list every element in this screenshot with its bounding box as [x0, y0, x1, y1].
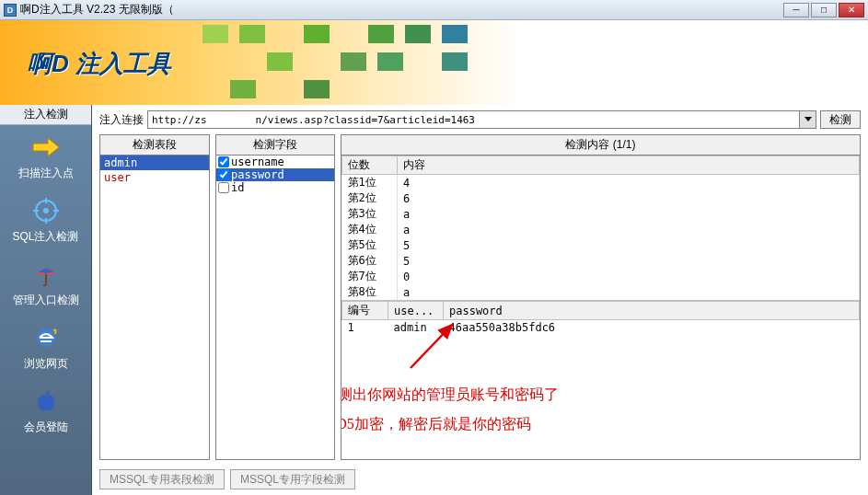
minimize-button[interactable]: ─	[783, 3, 809, 17]
bottom-toolbar: MSSQL专用表段检测 MSSQL专用字段检测	[99, 466, 861, 489]
annotation-text: 当然密码是MD5加密，解密后就是你的密码	[341, 415, 531, 434]
field-checkbox[interactable]	[218, 156, 229, 167]
field-row[interactable]: password	[216, 168, 334, 181]
ie-icon	[31, 323, 61, 352]
field-row[interactable]: id	[216, 181, 334, 194]
result-row[interactable]: 1 admin 46aa550a38b5fdc6	[342, 320, 860, 336]
close-button[interactable]: ✕	[839, 3, 864, 17]
field-row[interactable]: username	[216, 155, 334, 168]
position-row[interactable]: 第6位5	[342, 253, 860, 269]
window-title: 啊D注入工具 V2.23 无限制版（	[20, 2, 783, 17]
fields-panel-header: 检测字段	[216, 135, 334, 155]
tables-list[interactable]: admin user	[100, 155, 209, 459]
window-titlebar: D 啊D注入工具 V2.23 无限制版（ ─ □ ✕	[0, 0, 868, 20]
field-label: password	[231, 168, 284, 181]
col-header-no[interactable]: 编号	[342, 302, 388, 320]
sidebar-item-scan[interactable]: 扫描注入点	[0, 125, 91, 189]
field-checkbox[interactable]	[218, 182, 229, 193]
position-row[interactable]: 第4位a	[342, 222, 860, 237]
position-row[interactable]: 第8位a	[342, 284, 860, 300]
url-input[interactable]	[147, 110, 800, 129]
sidebar-item-browse[interactable]: 浏览网页	[0, 316, 91, 379]
annotation-text: 这里就已经检测出你网站的管理员账号和密码了	[341, 386, 559, 405]
sidebar-item-label: 会员登陆	[24, 420, 68, 435]
fields-panel: 检测字段 username password id	[215, 134, 335, 460]
field-checkbox[interactable]	[218, 169, 229, 180]
col-header-user[interactable]: use...	[388, 302, 444, 320]
sidebar-item-label: 管理入口检测	[13, 293, 79, 308]
target-icon	[31, 196, 61, 225]
tables-panel-header: 检测表段	[100, 135, 209, 155]
sidebar-item-login[interactable]: 会员登陆	[0, 379, 91, 443]
app-logo: 啊D 注入工具	[28, 48, 171, 80]
sidebar-item-admin[interactable]: 管理入口检测	[0, 252, 91, 316]
sidebar-item-label: SQL注入检测	[12, 229, 78, 245]
field-label: id	[231, 181, 244, 194]
arrow-right-icon	[31, 132, 61, 162]
table-row[interactable]: user	[100, 170, 209, 185]
sidebar-tab[interactable]: 注入检测	[0, 105, 91, 125]
app-icon: D	[4, 4, 17, 17]
position-row[interactable]: 第1位4	[342, 175, 860, 191]
sidebar-item-label: 扫描注入点	[18, 166, 74, 181]
umbrella-icon	[31, 259, 61, 289]
position-row[interactable]: 第7位0	[342, 269, 860, 284]
apple-icon	[31, 386, 61, 416]
sidebar-item-sql[interactable]: SQL注入检测	[0, 189, 91, 252]
chevron-down-icon	[804, 117, 812, 122]
content-panel-header: 检测内容 (1/1)	[341, 135, 860, 155]
positions-grid[interactable]: 位数 内容 第1位4 第2位6 第3位a 第4位a 第5位5 第6位5 第7位0…	[341, 155, 860, 301]
col-header-position[interactable]: 位数	[342, 156, 398, 175]
col-header-password[interactable]: password	[444, 302, 860, 320]
svg-point-1	[43, 208, 49, 213]
maximize-button[interactable]: □	[811, 3, 837, 17]
url-dropdown-button[interactable]	[800, 110, 816, 129]
content-panel: 检测内容 (1/1) 位数 内容 第1位4 第2位6 第3位a 第4位a	[341, 134, 861, 460]
mssql-tables-button[interactable]: MSSQL专用表段检测	[99, 469, 225, 489]
results-grid[interactable]: 编号 use... password 1 admin 46aa550a38b5f…	[341, 301, 860, 459]
sidebar-item-label: 浏览网页	[24, 356, 68, 372]
position-row[interactable]: 第5位5	[342, 237, 860, 253]
fields-list[interactable]: username password id	[216, 155, 334, 459]
tables-panel: 检测表段 admin user	[99, 134, 210, 460]
detect-button[interactable]: 检测	[820, 110, 861, 129]
mssql-fields-button[interactable]: MSSQL专用字段检测	[230, 469, 355, 489]
url-label: 注入连接	[99, 112, 144, 128]
position-row[interactable]: 第3位a	[342, 206, 860, 222]
table-row[interactable]: admin	[100, 155, 209, 170]
col-header-value[interactable]: 内容	[398, 156, 860, 175]
app-header: 啊D 注入工具	[0, 20, 868, 105]
sidebar: 注入检测 扫描注入点 SQL注入检测 管理入口检测	[0, 105, 92, 495]
main-area: 注入连接 检测 检测表段 admin user 检测字段	[92, 105, 868, 495]
header-decoration	[184, 20, 868, 105]
field-label: username	[231, 155, 284, 168]
position-row[interactable]: 第2位6	[342, 190, 860, 206]
url-bar: 注入连接 检测	[99, 110, 861, 129]
